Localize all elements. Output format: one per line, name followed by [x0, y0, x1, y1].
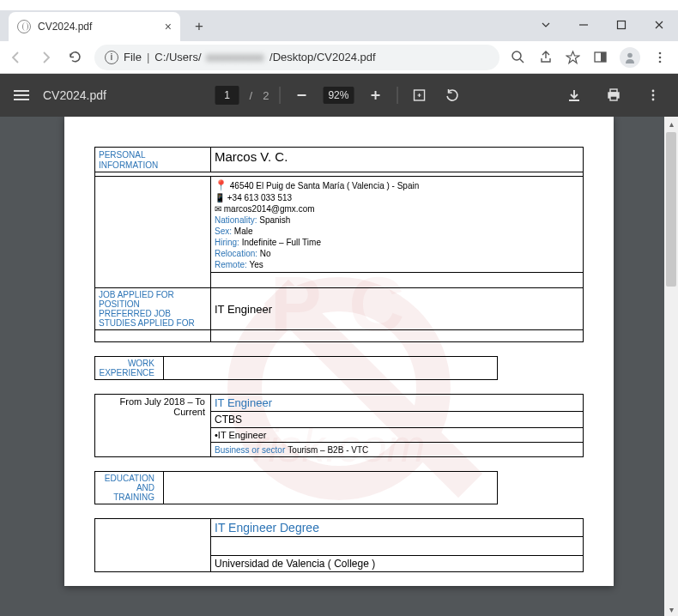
work-exp-label: WORK EXPERIENCE: [99, 359, 160, 377]
pdf-page: P C risk.com PERSONAL INFORMATION Marcos…: [64, 117, 614, 586]
location-pin-icon: 📍: [215, 179, 227, 191]
minimize-button[interactable]: [565, 12, 602, 38]
remote-value: Yes: [249, 260, 263, 269]
window-controls: [527, 10, 678, 41]
preferred-job-label: PREFERRED JOB STUDIES APPLIED FOR: [99, 309, 207, 328]
more-icon[interactable]: [642, 84, 664, 106]
url-separator: |: [147, 51, 149, 63]
svg-rect-0: [618, 21, 626, 29]
info-icon: i: [105, 51, 118, 64]
tab-strip: CV2024.pdf × +: [0, 10, 678, 41]
close-icon[interactable]: ×: [165, 20, 172, 33]
exp-company: CTBS: [215, 414, 242, 426]
toolbar-separator: [397, 87, 397, 104]
job-title: IT Engineer: [215, 303, 272, 316]
pdf-toolbar: CV2024.pdf 1 / 2 92%: [0, 74, 678, 117]
sidepanel-icon[interactable]: [592, 50, 608, 65]
exp-title: IT Engineer: [215, 396, 272, 409]
sex-value: Male: [234, 226, 253, 236]
svg-rect-3: [601, 52, 606, 62]
zoom-out-button[interactable]: [290, 84, 312, 106]
page-separator: /: [250, 89, 253, 102]
print-button[interactable]: [602, 84, 625, 106]
url-prefix: C:/Users/: [154, 51, 201, 63]
share-icon[interactable]: [537, 50, 553, 65]
edu-label: EDUCATION AND TRAINING: [99, 474, 160, 502]
svg-point-7: [659, 60, 662, 63]
exp-sector: Tourism – B2B - VTC: [288, 445, 368, 455]
hiring-value: Indefinite – Full Time: [242, 238, 321, 247]
address-bar: i File | C:/Users/xxxxxxxxx/Desktop/CV20…: [0, 41, 678, 74]
exp-period: From July 2018 – To Current: [120, 396, 205, 417]
university: Universidad de Valencia ( College ): [215, 558, 375, 570]
download-button[interactable]: [563, 84, 585, 106]
scroll-down-icon[interactable]: ▾: [664, 602, 678, 616]
remote-label: Remote:: [215, 260, 247, 269]
personal-info-table: PERSONAL INFORMATION Marcos V. C. 📍 4654…: [94, 147, 584, 342]
svg-point-12: [652, 90, 655, 93]
nationality-label: Nationality:: [215, 215, 257, 225]
globe-icon: [17, 20, 31, 33]
svg-point-4: [627, 52, 633, 57]
page-input[interactable]: 1: [215, 86, 239, 105]
hamburger-icon[interactable]: [14, 90, 29, 100]
url-redacted: xxxxxxxxx: [207, 51, 265, 63]
relocation-label: Relocation:: [215, 249, 257, 258]
svg-point-14: [652, 99, 655, 101]
reload-button[interactable]: [65, 48, 84, 67]
email-icon: ✉: [215, 204, 221, 214]
svg-point-1: [512, 51, 521, 60]
toolbar-separator: [279, 87, 280, 104]
cv-address: 46540 El Puig de Santa María ( Valencia …: [230, 181, 420, 190]
phone-icon: 📱: [215, 193, 225, 202]
pdf-viewport: P C risk.com PERSONAL INFORMATION Marcos…: [0, 117, 678, 616]
svg-point-13: [652, 94, 655, 97]
work-exp-header: WORK EXPERIENCE: [94, 356, 498, 380]
search-icon[interactable]: [510, 50, 525, 65]
relocation-value: No: [260, 249, 271, 258]
exp-sector-label: Business or sector: [215, 445, 285, 455]
personal-info-label: PERSONAL INFORMATION: [99, 150, 158, 170]
chevron-down-icon[interactable]: [527, 12, 565, 38]
hiring-label: Hiring:: [215, 238, 239, 247]
rotate-button[interactable]: [440, 84, 463, 106]
cv-name: Marcos V. C.: [215, 149, 288, 164]
back-button[interactable]: [7, 48, 26, 67]
forward-button[interactable]: [36, 48, 55, 67]
zoom-level[interactable]: 92%: [323, 87, 354, 104]
cv-phone: +34 613 033 513: [227, 193, 292, 202]
sex-label: Sex:: [215, 226, 232, 236]
degree: IT Engineer Degree: [215, 521, 319, 534]
browser-tab[interactable]: CV2024.pdf ×: [9, 12, 180, 41]
profile-avatar[interactable]: [620, 47, 640, 68]
svg-point-5: [659, 51, 662, 54]
new-tab-button[interactable]: +: [187, 15, 211, 39]
close-window-button[interactable]: [640, 12, 678, 38]
edu-header: EDUCATION AND TRAINING: [94, 471, 498, 504]
svg-rect-11: [610, 96, 617, 100]
exp-role: •IT Engineer: [215, 430, 267, 440]
bookmark-icon[interactable]: [565, 50, 580, 65]
scroll-up-icon[interactable]: ▴: [664, 117, 678, 130]
cv-email: marcos2014@gmx.com: [224, 204, 315, 214]
scrollbar[interactable]: ▴ ▾: [664, 117, 678, 616]
job-applied-label: JOB APPLIED FOR POSITION: [99, 290, 207, 309]
menu-icon[interactable]: [652, 50, 668, 65]
fit-page-button[interactable]: [408, 84, 430, 106]
scrollbar-thumb[interactable]: [666, 132, 676, 287]
url-suffix: /Desktop/CV2024.pdf: [269, 51, 376, 63]
page-total: 2: [263, 89, 269, 102]
tab-title: CV2024.pdf: [38, 21, 92, 33]
file-label: File: [124, 51, 142, 63]
url-input[interactable]: i File | C:/Users/xxxxxxxxx/Desktop/CV20…: [94, 45, 499, 70]
maximize-button[interactable]: [602, 12, 640, 38]
zoom-in-button[interactable]: [364, 84, 386, 106]
work-exp-table: From July 2018 – To Current IT Engineer …: [94, 394, 584, 457]
svg-point-6: [659, 56, 662, 58]
edu-table: IT Engineer Degree Universidad de Valenc…: [94, 518, 584, 572]
pdf-filename: CV2024.pdf: [43, 88, 106, 102]
nationality-value: Spanish: [259, 215, 290, 225]
